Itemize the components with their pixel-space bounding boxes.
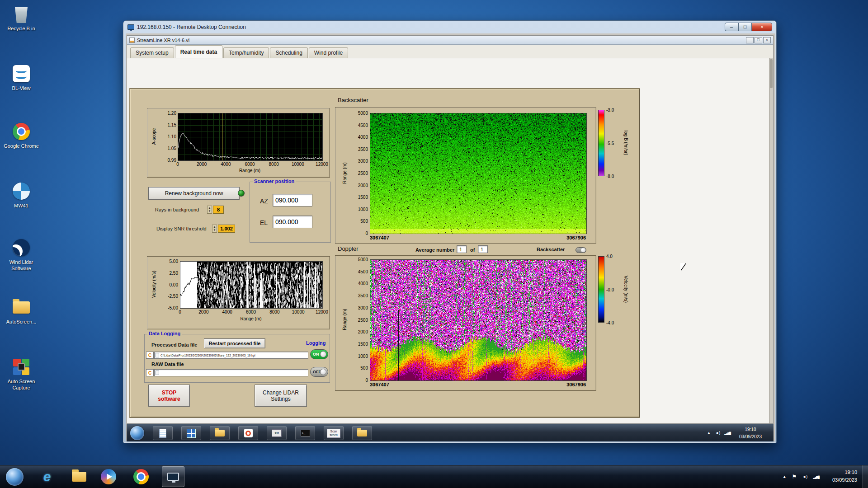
backscatter-plot-canvas (370, 113, 587, 234)
mouse-cursor (680, 263, 686, 271)
backscatter-graph: 5000450040003500300025002000150010005000… (335, 107, 596, 244)
remote-taskbar-grid-app-icon[interactable] (181, 426, 201, 440)
tick-label: 0 (176, 162, 179, 167)
rdp-minimize-button[interactable]: – (725, 23, 738, 31)
az-field[interactable]: 090.000 (273, 194, 312, 206)
taskbar-media-player-icon[interactable] (99, 468, 118, 486)
tab-system-setup[interactable]: System setup (130, 47, 174, 58)
tab-real-time-data[interactable]: Real time data (175, 45, 222, 58)
processed-logging-on-switch[interactable]: ON (310, 349, 328, 359)
spin-down-icon[interactable]: ▼ (208, 210, 211, 213)
settings-line2: Settings (271, 396, 290, 402)
tick-label: -0.0 (606, 287, 614, 292)
remote-start-button[interactable] (130, 426, 144, 440)
rdp-close-button[interactable]: × (752, 23, 772, 31)
labview-minimize-button[interactable]: – (746, 37, 754, 43)
remote-clock[interactable]: 19:10 03/09/2023 (739, 426, 762, 440)
host-network-icon[interactable]: ▂▄▆█ (813, 475, 819, 479)
processed-drive-selector[interactable]: C (146, 352, 154, 359)
switch-knob-icon (320, 369, 326, 375)
host-volume-icon[interactable]: ◄) (802, 474, 807, 479)
labview-scrollbar[interactable] (769, 58, 773, 423)
tick-label: 500 (360, 219, 368, 224)
desktop-icon-recycle-bin[interactable]: Recycle B in (1, 4, 42, 32)
remote-taskbar-scan-sched-icon[interactable]: Scan sched (324, 426, 344, 440)
hidden-icons-arrow-icon[interactable]: ▲ (707, 431, 711, 435)
host-start-button[interactable] (6, 468, 24, 486)
spin-down-icon[interactable]: ▼ (213, 229, 216, 232)
snr-spinner[interactable]: ▲▼ (212, 225, 217, 233)
renew-background-button[interactable]: Renew background now (148, 187, 240, 200)
desktop-icon-auto-screen-capture[interactable]: Auto Screen Capture (1, 357, 42, 391)
rdp-titlebar[interactable]: 192.168.0.150 - Remote Desktop Connectio… (123, 21, 776, 33)
remote-taskbar-console-icon[interactable] (295, 426, 315, 440)
remote-taskbar-xr-app-icon[interactable]: XR (267, 426, 287, 440)
front-panel: 1.201.151.101.050.99 A-scope 02000400060… (130, 89, 640, 418)
desktop-icon-mw41[interactable]: MW41 (1, 181, 42, 209)
taskbar-explorer-icon[interactable] (70, 468, 88, 486)
desktop-icon-autoscreen-folder[interactable]: AutoScreen... (1, 297, 42, 325)
backscatter-display-toggle[interactable] (576, 247, 586, 253)
scrollbar-thumb[interactable] (770, 59, 773, 88)
tick-label: 2000 (197, 162, 207, 167)
processed-file-path-input[interactable]: C:\Lidar\Data\Proc\2023\202309\20230903\… (154, 352, 308, 359)
desktop-icon-wind-lidar[interactable]: Wind Lidar Software (1, 237, 42, 272)
raw-drive-selector[interactable]: C (146, 369, 154, 376)
ascope-plot-canvas[interactable] (178, 113, 323, 161)
labview-close-button[interactable]: × (763, 37, 771, 43)
tick-label: 0 (179, 310, 181, 314)
doppler-colorbar-label: Velocity (m/s) (623, 276, 628, 303)
tick-label: 2000 (358, 329, 368, 334)
tab-temp-humidity[interactable]: Temp/humidity (223, 47, 269, 58)
el-field[interactable]: 090.000 (273, 216, 312, 228)
remote-taskbar-folder-icon[interactable] (210, 426, 230, 440)
host-clock[interactable]: 19:10 03/09/2023 (832, 469, 857, 484)
chrome-icon (11, 121, 31, 142)
rdp-computer-icon (127, 24, 134, 30)
raw-file-path-input[interactable] (154, 369, 308, 376)
host-time: 19:10 (832, 469, 857, 476)
desktop-icon-google-chrome[interactable]: Google Chrome (1, 121, 42, 150)
labview-body: 1.201.151.101.050.99 A-scope 02000400060… (127, 58, 773, 423)
remote-network-icon[interactable]: ▂▄▆█ (724, 432, 731, 435)
change-lidar-settings-button[interactable]: Change LiDAR Settings (255, 385, 307, 407)
labview-maximize-button[interactable]: □ (755, 37, 762, 43)
remote-taskbar-stop-app-icon[interactable] (238, 426, 258, 440)
stop-software-button[interactable]: STOP software (148, 385, 190, 407)
tick-label: 4000 (358, 281, 368, 286)
remote-taskbar-folder2-icon[interactable] (352, 426, 372, 440)
desktop-icon-label: Auto Screen Capture (1, 379, 42, 391)
remote-taskbar-notepad-icon[interactable] (153, 426, 173, 440)
backscatter-colorbar-label: log B (/m/sr) (623, 131, 628, 155)
remote-volume-icon[interactable]: ◄) (715, 431, 720, 435)
rdp-maximize-button[interactable]: □ (738, 23, 752, 31)
tick-label: 4500 (358, 269, 368, 274)
el-label: EL (260, 219, 268, 226)
hidden-icons-arrow-icon[interactable]: ▲ (783, 474, 787, 479)
rays-in-background-field[interactable]: 8 (213, 206, 224, 214)
average-total-field[interactable]: 1 (478, 245, 488, 253)
taskbar-chrome-icon[interactable] (132, 468, 150, 486)
spin-up-icon[interactable]: ▲ (213, 225, 216, 229)
doppler-y-label: Range (m) (342, 309, 347, 330)
desktop-icon-label: BL-View (1, 85, 42, 92)
action-center-flag-icon[interactable]: ⚑ (792, 474, 797, 480)
rays-in-background-label: Rays in background (155, 207, 199, 212)
snr-threshold-field[interactable]: 1.002 (218, 225, 235, 233)
bl-view-icon (11, 63, 31, 84)
show-desktop-button[interactable] (863, 465, 868, 488)
tab-scheduling[interactable]: Scheduling (270, 47, 307, 58)
restart-processed-file-button[interactable]: Restart processed file (204, 338, 265, 348)
taskbar-ie-icon[interactable]: e (38, 468, 56, 486)
spin-up-icon[interactable]: ▲ (208, 206, 211, 210)
tick-label: 2000 (358, 183, 368, 188)
tick-label: -5.5 (606, 141, 614, 145)
labview-titlebar[interactable]: StreamLine XR v14-6.vi – □ × (127, 36, 773, 45)
raw-logging-off-switch[interactable]: OFF (310, 367, 328, 377)
doppler-heading: Doppler (338, 245, 359, 252)
taskbar-rdp-active-button[interactable] (162, 466, 184, 487)
rays-spinner[interactable]: ▲▼ (207, 206, 212, 214)
average-number-field[interactable]: 1 (457, 245, 467, 253)
tab-wind-profile[interactable]: Wind profile (309, 47, 348, 58)
desktop-icon-bl-view[interactable]: BL-View (1, 63, 42, 92)
